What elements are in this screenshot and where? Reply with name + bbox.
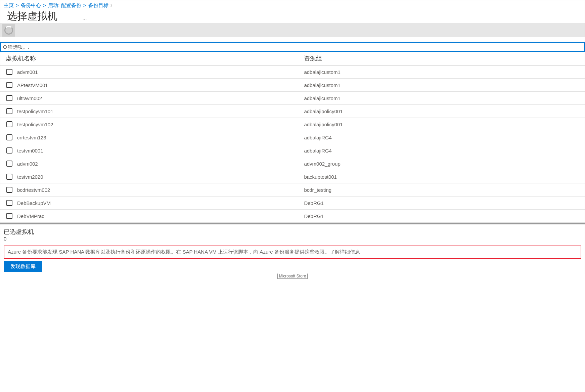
vm-name-cell: ultravm002: [17, 95, 304, 101]
vm-name-cell: testpolicyvm101: [17, 108, 304, 114]
vm-rg-cell: bcdr_testing: [304, 187, 581, 193]
vm-rg-cell: DebRG1: [304, 200, 581, 206]
vm-name-cell: APtestVM001: [17, 82, 304, 88]
vm-checkbox[interactable]: [6, 213, 12, 219]
vm-rg-cell: adbalajiRG4: [304, 148, 581, 154]
filter-row[interactable]: O: [0, 42, 585, 52]
breadcrumb-start-configure-backup[interactable]: 启动: 配置备份: [48, 2, 81, 8]
vm-checkbox[interactable]: [6, 121, 12, 127]
page-title: 选择虚拟机: [0, 10, 61, 24]
vm-name-cell: DebVMPrac: [17, 213, 304, 219]
page-subtitle: …: [82, 15, 88, 21]
vm-rg-cell: adbalajicustom1: [304, 82, 581, 88]
table-row[interactable]: testvm2020backuptest001: [0, 170, 585, 183]
vm-name-cell: crrtestvm123: [17, 135, 304, 140]
info-box: Azure 备份要求能发现 SAP HANA 数据库以及执行备份和还原操作的权限…: [4, 246, 581, 259]
vm-rg-cell: adbalajiRG4: [304, 135, 581, 140]
vm-rg-cell: adbalajicustom1: [304, 95, 581, 101]
table-header: 虚拟机名称 资源组: [0, 52, 585, 66]
vm-rg-cell: adbalajipolicy001: [304, 108, 581, 114]
vm-list: advm001adbalajicustom1APtestVM001adbalaj…: [0, 66, 585, 223]
table-row[interactable]: testvm0001adbalajiRG4: [0, 144, 585, 157]
filter-input[interactable]: [8, 44, 582, 50]
vm-name-cell: testvm2020: [17, 174, 304, 180]
table-row[interactable]: DebBackupVMDebRG1: [0, 197, 585, 210]
discover-db-button[interactable]: 发现数据库: [4, 261, 42, 272]
table-row[interactable]: bcdrtestvm002bcdr_testing: [0, 183, 585, 197]
table-row[interactable]: ultravm002adbalajicustom1: [0, 92, 585, 105]
breadcrumb-backup-target[interactable]: 备份目标: [88, 2, 108, 8]
table-row[interactable]: advm001adbalajicustom1: [0, 66, 585, 79]
loading-spinner-icon: [4, 26, 13, 35]
vm-name-cell: advm001: [17, 69, 304, 75]
breadcrumb: 主页 > 备份中心 > 启动: 配置备份 > 备份目标 ›: [0, 0, 585, 9]
chevron-right-icon: >: [43, 2, 46, 8]
action-row: 发现数据库: [0, 261, 585, 274]
table-row[interactable]: testpolicyvm102adbalajipolicy001: [0, 118, 585, 131]
vm-checkbox[interactable]: [6, 187, 12, 193]
vm-rg-cell: adbalajipolicy001: [304, 122, 581, 127]
vm-rg-cell: advm002_group: [304, 161, 581, 167]
vm-rg-cell: adbalajicustom1: [304, 69, 581, 75]
vm-rg-cell: backuptest001: [304, 174, 581, 180]
loading-bar: [0, 23, 585, 37]
footer-tag: Microsoft Store: [277, 273, 308, 279]
vm-checkbox[interactable]: [6, 95, 12, 101]
vm-checkbox[interactable]: [6, 161, 12, 167]
selected-section: 已选虚拟机 0: [0, 224, 585, 244]
column-resource-group: 资源组: [304, 54, 581, 62]
column-vm-name: 虚拟机名称: [4, 54, 304, 62]
vm-checkbox[interactable]: [6, 134, 12, 140]
selected-vm-count: 0: [4, 236, 581, 242]
breadcrumb-backup-center[interactable]: 备份中心: [21, 2, 41, 8]
chevron-right-icon: >: [16, 2, 19, 8]
chevron-right-icon: >: [83, 2, 86, 8]
vm-checkbox[interactable]: [6, 108, 12, 114]
vm-checkbox[interactable]: [6, 147, 12, 154]
spinner-container: [2, 24, 15, 37]
vm-checkbox[interactable]: [6, 200, 12, 206]
breadcrumb-home[interactable]: 主页: [4, 2, 14, 8]
selected-vm-title: 已选虚拟机: [4, 228, 581, 236]
search-icon: O: [3, 44, 7, 50]
table-row[interactable]: APtestVM001adbalajicustom1: [0, 79, 585, 92]
vm-name-cell: testvm0001: [17, 148, 304, 154]
vm-name-cell: DebBackupVM: [17, 200, 304, 206]
table-row[interactable]: testpolicyvm101adbalajipolicy001: [0, 105, 585, 118]
vm-name-cell: advm002: [17, 161, 304, 167]
table-row[interactable]: DebVMPracDebRG1: [0, 210, 585, 223]
vm-name-cell: bcdrtestvm002: [17, 187, 304, 193]
chevron-right-icon: ›: [110, 2, 113, 8]
table-row[interactable]: crrtestvm123adbalajiRG4: [0, 131, 585, 144]
vm-checkbox[interactable]: [6, 174, 12, 180]
vm-rg-cell: DebRG1: [304, 213, 581, 219]
table-row[interactable]: advm002advm002_group: [0, 157, 585, 170]
vm-checkbox[interactable]: [6, 69, 12, 75]
vm-checkbox[interactable]: [6, 82, 12, 88]
spacer: [0, 37, 585, 42]
vm-name-cell: testpolicyvm102: [17, 122, 304, 127]
